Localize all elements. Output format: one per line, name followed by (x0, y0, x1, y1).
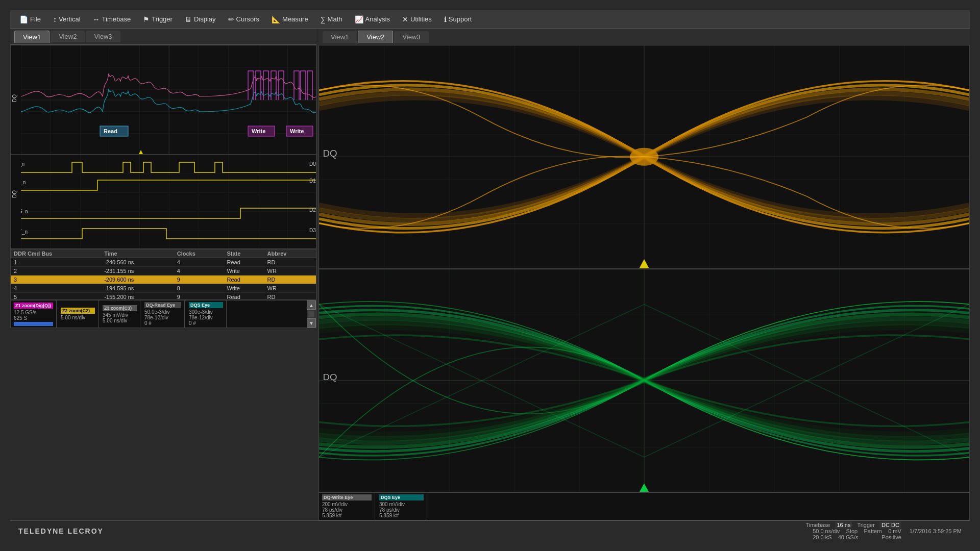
data-table-area: DDR Cmd Bus Time Clocks State Abbrev 1 -… (10, 249, 316, 300)
display-icon: 🖥 (185, 15, 192, 23)
svg-text:D1: D1 (309, 178, 316, 184)
scroll-thumb[interactable] (308, 311, 314, 317)
col-header-bus: DDR Cmd Bus (11, 249, 101, 258)
menu-analysis[interactable]: 📈 Analysis (350, 13, 395, 26)
svg-text:D3: D3 (309, 228, 316, 233)
file-icon: 📄 (19, 15, 28, 23)
math-icon: ∑ (321, 15, 326, 23)
zoom-z3-label: Z3 zoom(C3) 345 mV/div 5.00 ns/div (100, 300, 140, 328)
svg-text:Write: Write (290, 128, 304, 134)
teledyne-logo: TELEDYNE LECROY (18, 527, 104, 535)
menu-support[interactable]: ℹ Support (439, 13, 477, 26)
table-scrollbar[interactable]: ▲ ▼ (307, 300, 316, 328)
digital-svg: CS_n D0 WE_n D1 DQ CAS_n D2 ACT_n (21, 155, 316, 249)
rate2-value: 20.0 kS (813, 534, 831, 540)
col-header-time: Time (101, 249, 174, 258)
svg-text:Read: Read (104, 128, 117, 134)
table-row-selected[interactable]: 3 -209.600 ns 9 Read RD (11, 276, 316, 284)
tab-view3-left[interactable]: View3 (86, 31, 120, 42)
scroll-down-btn[interactable]: ▼ (307, 318, 316, 328)
cursors-icon: ✏ (228, 15, 234, 23)
trigger-label: Trigger (857, 522, 874, 528)
data-table: DDR Cmd Bus Time Clocks State Abbrev 1 -… (11, 249, 316, 300)
zoom-z2-label: Z2 zoom(C2) 5.00 ns/div (58, 300, 99, 328)
support-icon: ℹ (444, 15, 447, 23)
trigger-detail: 0 mV (888, 528, 901, 534)
dq-digital-label: DQ (12, 190, 17, 198)
tab-view3-right[interactable]: View3 (394, 31, 428, 43)
left-tab-bar: View1 View2 View3 (10, 29, 316, 45)
table-row[interactable]: 2 -231.155 ns 4 Write WR (11, 267, 316, 276)
timebase-status: Timebase 16 ns Trigger DC DC 50.0 ns/div… (805, 522, 901, 540)
scroll-up-btn[interactable]: ▲ (307, 300, 316, 310)
analysis-icon: 📈 (355, 15, 363, 23)
menu-utilities[interactable]: ✕ Utilities (397, 13, 437, 26)
timebase-label: Timebase (805, 522, 830, 528)
digital-waveform-area[interactable]: CS_n D0 WE_n D1 DQ CAS_n D2 ACT_n (10, 155, 316, 249)
table-row[interactable]: 5 -155.200 ns 9 Read RD (11, 293, 316, 300)
positive-label: Positive (881, 534, 901, 540)
vertical-icon: ↕ (53, 15, 57, 23)
gs-value: 40 GS/s (838, 534, 859, 540)
col-header-abbrev: Abbrev (264, 249, 316, 258)
app-frame: 📄 File ↕ Vertical ↔ Timebase ⚑ Trigger 🖥… (0, 0, 980, 551)
svg-text:ACT_n: ACT_n (21, 229, 28, 235)
rate1-value: 50.0 ns/div (813, 528, 840, 534)
eye-diagram-bottom-svg: DQ (319, 269, 969, 492)
svg-text:DQ: DQ (323, 372, 337, 382)
col-header-state: State (224, 249, 264, 258)
col-header-clocks: Clocks (174, 249, 224, 258)
stop-label: Stop (846, 528, 858, 534)
timebase-value: 16 ns (835, 521, 853, 529)
svg-text:WE_n: WE_n (21, 180, 26, 185)
svg-text:Write: Write (252, 128, 265, 134)
dqs-eye-label: DQS Eye 300e-3/div 78e-12/div 0 # (186, 300, 227, 328)
pattern-label: Pattern (864, 528, 881, 534)
utilities-icon: ✕ (402, 15, 408, 23)
tab-view1-left[interactable]: View1 (14, 31, 50, 43)
dq-write-eye-label: DQ-Write Eye 200 mV/div 78 ps/div 5.859 … (319, 493, 375, 520)
dq-read-eye-label: DQ-Read Eye 50.0e-3/div 78e-12/div 0 # (141, 300, 185, 328)
timebase-icon: ↔ (93, 15, 100, 23)
waveform-svg: Read Write Write (21, 45, 316, 155)
menu-timebase[interactable]: ↔ Timebase (88, 13, 136, 26)
analog-waveform-area[interactable]: DQ (10, 45, 316, 155)
menu-trigger[interactable]: ⚑ Trigger (138, 13, 178, 26)
right-tab-bar: View1 View2 View3 (318, 29, 970, 45)
dq-axis-label: DQ (12, 94, 17, 102)
menu-display[interactable]: 🖥 Display (180, 13, 221, 26)
zoom-z1-label: Z1 zoom(Dig[Q]) 12.5 GS/s 625 S (11, 300, 57, 328)
menu-cursors[interactable]: ✏ Cursors (223, 13, 265, 26)
svg-text:D2: D2 (309, 207, 316, 213)
svg-rect-10 (21, 155, 316, 249)
svg-text:CS_n: CS_n (21, 161, 24, 167)
tab-view2-left[interactable]: View2 (51, 31, 85, 42)
dq-write-eye-diagram[interactable]: DQ (318, 45, 970, 269)
tab-view1-right[interactable]: View1 (323, 31, 357, 43)
right-zoom-labels-bar: DQ-Write Eye 200 mV/div 78 ps/div 5.859 … (318, 492, 970, 520)
svg-text:CAS_n: CAS_n (21, 209, 28, 214)
svg-text:D0: D0 (309, 161, 316, 167)
dqs-eye-diagram[interactable]: DQ (318, 269, 970, 493)
dqs-eye2-label: DQS Eye 300 mV/div 78 ps/div 5.859 k# (376, 493, 427, 520)
tab-view2-right[interactable]: View2 (358, 31, 393, 43)
status-info: Timebase 16 ns Trigger DC DC 50.0 ns/div… (805, 522, 962, 540)
svg-text:DQ: DQ (323, 149, 337, 159)
measure-icon: 📐 (272, 15, 280, 23)
eye-diagram-top-svg: DQ (319, 45, 969, 268)
menu-vertical[interactable]: ↕ Vertical (48, 13, 86, 26)
trigger-value: DC DC (879, 521, 901, 529)
status-bar: TELEDYNE LECROY Timebase 16 ns Trigger D… (10, 520, 970, 541)
menu-bar: 📄 File ↕ Vertical ↔ Timebase ⚑ Trigger 🖥… (10, 10, 970, 29)
datetime-display: 1/7/2016 3:59:25 PM (910, 528, 962, 534)
menu-math[interactable]: ∑ Math (315, 13, 348, 26)
zoom-labels-bar: Z1 zoom(Dig[Q]) 12.5 GS/s 625 S Z2 zoom(… (10, 300, 316, 328)
table-row[interactable]: 4 -194.595 ns 8 Write WR (11, 284, 316, 293)
menu-measure[interactable]: 📐 Measure (266, 13, 313, 26)
menu-file[interactable]: 📄 File (14, 13, 46, 26)
trigger-icon: ⚑ (143, 15, 150, 23)
table-row[interactable]: 1 -240.560 ns 4 Read RD (11, 258, 316, 267)
